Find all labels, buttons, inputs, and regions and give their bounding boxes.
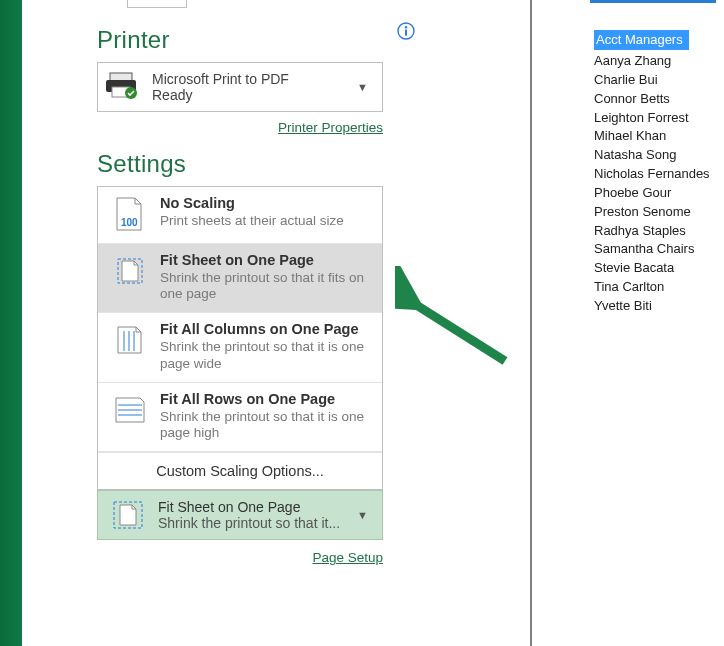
list-item: Preston Senome [594, 203, 724, 222]
copies-field-fragment[interactable] [127, 0, 187, 8]
page-100-icon: 100 [110, 195, 150, 233]
scaling-selected[interactable]: Fit Sheet on One Page Shrink the printou… [97, 490, 383, 540]
svg-rect-3 [110, 73, 132, 81]
printer-status: Ready [152, 87, 351, 103]
fit-columns-icon [110, 321, 150, 359]
printer-properties-link[interactable]: Printer Properties [278, 120, 383, 135]
scaling-option-fit-columns[interactable]: Fit All Columns on One Page Shrink the p… [98, 313, 382, 382]
option-title: Fit Sheet on One Page [160, 252, 372, 268]
scaling-option-fit-sheet[interactable]: Fit Sheet on One Page Shrink the printou… [98, 244, 382, 313]
list-item: Nicholas Fernandes [594, 165, 724, 184]
option-desc: Print sheets at their actual size [160, 213, 344, 229]
svg-text:100: 100 [121, 217, 138, 228]
option-title: Fit All Columns on One Page [160, 321, 372, 337]
list-item: Tina Carlton [594, 278, 724, 297]
printer-icon [106, 71, 142, 103]
list-item: Leighton Forrest [594, 109, 724, 128]
name-list: Aanya ZhangCharlie BuiConnor BettsLeight… [594, 52, 724, 316]
list-item: Connor Betts [594, 90, 724, 109]
scaling-option-no-scaling[interactable]: 100 No Scaling Print sheets at their act… [98, 187, 382, 244]
scaling-dropdown-list: 100 No Scaling Print sheets at their act… [97, 186, 383, 490]
printer-name-block: Microsoft Print to PDF Ready [152, 71, 351, 103]
svg-point-1 [405, 26, 407, 28]
settings-section-title: Settings [97, 150, 530, 178]
option-desc: Shrink the printout so that it is one pa… [160, 339, 372, 371]
chevron-down-icon: ▼ [351, 509, 374, 521]
printer-section-title: Printer [97, 26, 530, 54]
option-desc: Shrink the printout so that it fits on o… [160, 270, 372, 302]
page-setup-link[interactable]: Page Setup [312, 550, 383, 565]
list-item: Yvette Biti [594, 297, 724, 316]
custom-scaling-options[interactable]: Custom Scaling Options... [98, 452, 382, 489]
list-item: Radhya Staples [594, 222, 724, 241]
list-item: Aanya Zhang [594, 52, 724, 71]
printer-selector[interactable]: Microsoft Print to PDF Ready ▼ [97, 62, 383, 112]
list-item: Charlie Bui [594, 71, 724, 90]
option-title: Fit All Rows on One Page [160, 391, 372, 407]
print-panel: Printer Microsoft Print to PDF Ready ▼ P… [22, 0, 530, 646]
title-underline [590, 0, 716, 3]
list-item: Phoebe Gour [594, 184, 724, 203]
selected-desc: Shrink the printout so that it... [158, 515, 340, 531]
list-item: Samantha Chairs [594, 240, 724, 259]
fit-page-icon [110, 252, 150, 290]
fit-rows-icon [110, 391, 150, 429]
list-item: Mihael Khan [594, 127, 724, 146]
option-desc: Shrink the printout so that it is one pa… [160, 409, 372, 441]
print-preview: Acct Managers Aanya ZhangCharlie BuiConn… [532, 0, 724, 646]
info-icon[interactable] [397, 22, 415, 40]
chevron-down-icon: ▼ [351, 81, 374, 93]
fit-page-icon [108, 498, 148, 532]
nav-green-strip [0, 0, 22, 646]
svg-rect-2 [405, 30, 407, 36]
list-item: Natasha Song [594, 146, 724, 165]
list-item: Stevie Bacata [594, 259, 724, 278]
printer-name: Microsoft Print to PDF [152, 71, 351, 87]
column-header-selected: Acct Managers [594, 30, 689, 50]
scaling-option-fit-rows[interactable]: Fit All Rows on One Page Shrink the prin… [98, 383, 382, 452]
selected-title: Fit Sheet on One Page [158, 499, 340, 515]
option-title: No Scaling [160, 195, 344, 211]
